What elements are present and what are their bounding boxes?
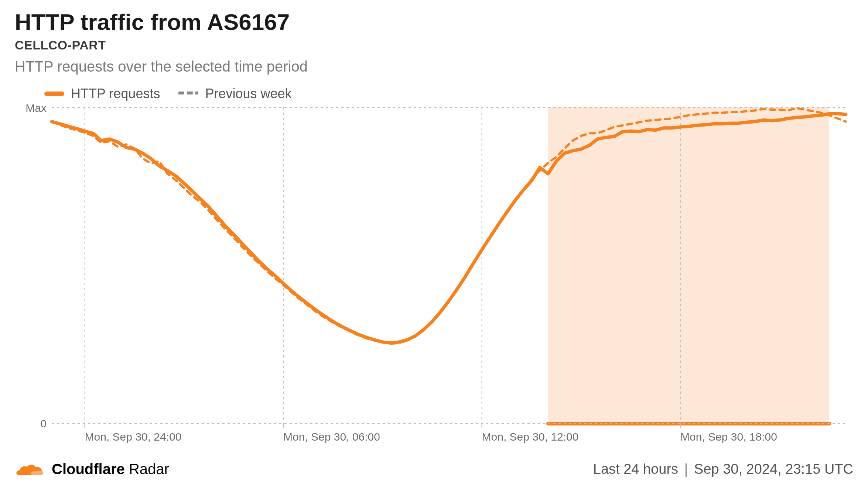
chart-area: Max0Mon, Sep 30, 24:00Mon, Sep 30, 06:00… <box>15 104 853 449</box>
chart-title: HTTP traffic from AS6167 <box>15 9 853 35</box>
legend-item-requests: HTTP requests <box>44 86 160 101</box>
y-tick-zero: 0 <box>40 417 47 430</box>
timestamp-area: Last 24 hours | Sep 30, 2024, 23:15 UTC <box>593 461 853 477</box>
x-tick-label: Mon, Sep 30, 12:00 <box>482 431 579 443</box>
chart-subtitle: CELLCO-PART <box>15 38 853 52</box>
brand: Cloudflare Radar <box>15 458 169 480</box>
separator: | <box>682 461 690 477</box>
legend-swatch-dashed <box>178 92 198 99</box>
timestamp: Sep 30, 2024, 23:15 UTC <box>694 461 853 477</box>
time-range: Last 24 hours <box>593 461 678 477</box>
y-tick-max: Max <box>25 104 47 114</box>
footer: Cloudflare Radar Last 24 hours | Sep 30,… <box>15 452 853 486</box>
legend-label: Previous week <box>205 86 291 101</box>
legend-item-previous: Previous week <box>178 86 291 101</box>
brand-bold: Cloudflare <box>52 461 125 477</box>
highlight-region <box>548 107 829 424</box>
brand-rest: Radar <box>125 461 169 477</box>
x-tick-label: Mon, Sep 30, 06:00 <box>283 431 380 443</box>
cloudflare-logo-icon <box>15 458 44 480</box>
line-chart: Max0Mon, Sep 30, 24:00Mon, Sep 30, 06:00… <box>15 104 853 449</box>
legend: HTTP requests Previous week <box>44 86 853 101</box>
chart-description: HTTP requests over the selected time per… <box>15 58 853 75</box>
brand-text: Cloudflare Radar <box>52 461 169 478</box>
legend-label: HTTP requests <box>71 86 160 101</box>
x-tick-label: Mon, Sep 30, 24:00 <box>85 431 182 443</box>
legend-swatch-solid <box>44 92 64 96</box>
x-tick-label: Mon, Sep 30, 18:00 <box>680 431 777 443</box>
